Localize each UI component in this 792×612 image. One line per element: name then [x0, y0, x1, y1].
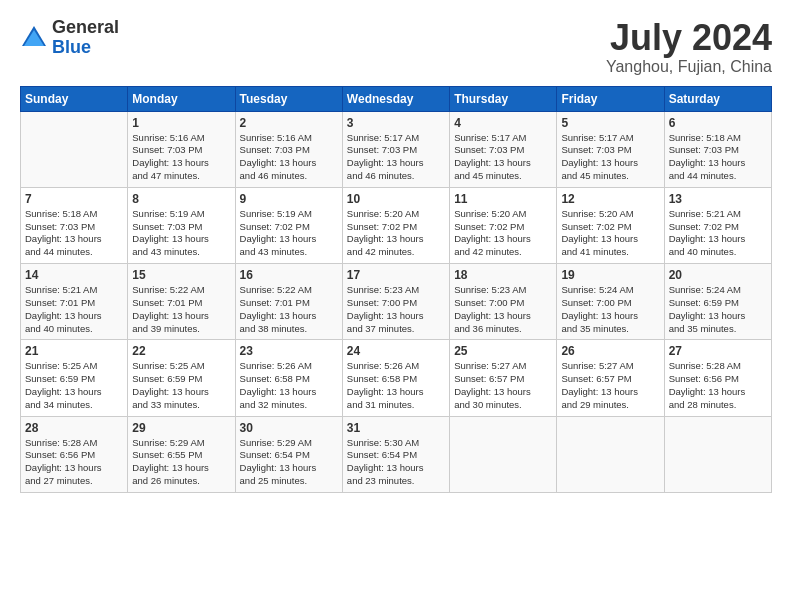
day-number: 19	[561, 268, 659, 282]
day-cell: 17Sunrise: 5:23 AMSunset: 7:00 PMDayligh…	[342, 264, 449, 340]
day-info: Sunrise: 5:23 AMSunset: 7:00 PMDaylight:…	[347, 284, 445, 335]
day-cell: 21Sunrise: 5:25 AMSunset: 6:59 PMDayligh…	[21, 340, 128, 416]
day-cell: 23Sunrise: 5:26 AMSunset: 6:58 PMDayligh…	[235, 340, 342, 416]
day-cell: 10Sunrise: 5:20 AMSunset: 7:02 PMDayligh…	[342, 187, 449, 263]
day-cell	[664, 416, 771, 492]
day-info: Sunrise: 5:20 AMSunset: 7:02 PMDaylight:…	[347, 208, 445, 259]
day-info: Sunrise: 5:20 AMSunset: 7:02 PMDaylight:…	[454, 208, 552, 259]
day-info: Sunrise: 5:27 AMSunset: 6:57 PMDaylight:…	[561, 360, 659, 411]
day-cell: 24Sunrise: 5:26 AMSunset: 6:58 PMDayligh…	[342, 340, 449, 416]
day-number: 15	[132, 268, 230, 282]
day-cell: 15Sunrise: 5:22 AMSunset: 7:01 PMDayligh…	[128, 264, 235, 340]
day-cell: 7Sunrise: 5:18 AMSunset: 7:03 PMDaylight…	[21, 187, 128, 263]
day-info: Sunrise: 5:26 AMSunset: 6:58 PMDaylight:…	[347, 360, 445, 411]
day-number: 24	[347, 344, 445, 358]
day-number: 25	[454, 344, 552, 358]
week-row-0: 1Sunrise: 5:16 AMSunset: 7:03 PMDaylight…	[21, 111, 772, 187]
day-cell: 16Sunrise: 5:22 AMSunset: 7:01 PMDayligh…	[235, 264, 342, 340]
header-wednesday: Wednesday	[342, 86, 449, 111]
day-cell: 12Sunrise: 5:20 AMSunset: 7:02 PMDayligh…	[557, 187, 664, 263]
header-friday: Friday	[557, 86, 664, 111]
day-cell: 31Sunrise: 5:30 AMSunset: 6:54 PMDayligh…	[342, 416, 449, 492]
day-cell: 5Sunrise: 5:17 AMSunset: 7:03 PMDaylight…	[557, 111, 664, 187]
day-info: Sunrise: 5:28 AMSunset: 6:56 PMDaylight:…	[25, 437, 123, 488]
logo-icon	[20, 24, 48, 52]
day-number: 21	[25, 344, 123, 358]
day-cell: 20Sunrise: 5:24 AMSunset: 6:59 PMDayligh…	[664, 264, 771, 340]
week-row-2: 14Sunrise: 5:21 AMSunset: 7:01 PMDayligh…	[21, 264, 772, 340]
day-number: 3	[347, 116, 445, 130]
day-cell: 30Sunrise: 5:29 AMSunset: 6:54 PMDayligh…	[235, 416, 342, 492]
logo-general: General	[52, 18, 119, 38]
day-info: Sunrise: 5:19 AMSunset: 7:03 PMDaylight:…	[132, 208, 230, 259]
day-cell	[21, 111, 128, 187]
calendar: SundayMondayTuesdayWednesdayThursdayFrid…	[20, 86, 772, 493]
week-row-1: 7Sunrise: 5:18 AMSunset: 7:03 PMDaylight…	[21, 187, 772, 263]
logo-text: General Blue	[52, 18, 119, 58]
day-info: Sunrise: 5:30 AMSunset: 6:54 PMDaylight:…	[347, 437, 445, 488]
day-number: 9	[240, 192, 338, 206]
title-block: July 2024 Yanghou, Fujian, China	[606, 18, 772, 76]
day-number: 2	[240, 116, 338, 130]
header-saturday: Saturday	[664, 86, 771, 111]
day-number: 13	[669, 192, 767, 206]
day-cell: 2Sunrise: 5:16 AMSunset: 7:03 PMDaylight…	[235, 111, 342, 187]
header-thursday: Thursday	[450, 86, 557, 111]
day-info: Sunrise: 5:24 AMSunset: 6:59 PMDaylight:…	[669, 284, 767, 335]
calendar-header-row: SundayMondayTuesdayWednesdayThursdayFrid…	[21, 86, 772, 111]
day-number: 1	[132, 116, 230, 130]
day-info: Sunrise: 5:29 AMSunset: 6:54 PMDaylight:…	[240, 437, 338, 488]
day-number: 5	[561, 116, 659, 130]
day-info: Sunrise: 5:18 AMSunset: 7:03 PMDaylight:…	[25, 208, 123, 259]
day-info: Sunrise: 5:23 AMSunset: 7:00 PMDaylight:…	[454, 284, 552, 335]
day-number: 7	[25, 192, 123, 206]
day-number: 17	[347, 268, 445, 282]
header: General Blue July 2024 Yanghou, Fujian, …	[20, 18, 772, 76]
day-info: Sunrise: 5:21 AMSunset: 7:02 PMDaylight:…	[669, 208, 767, 259]
day-cell: 28Sunrise: 5:28 AMSunset: 6:56 PMDayligh…	[21, 416, 128, 492]
day-info: Sunrise: 5:18 AMSunset: 7:03 PMDaylight:…	[669, 132, 767, 183]
day-info: Sunrise: 5:19 AMSunset: 7:02 PMDaylight:…	[240, 208, 338, 259]
header-monday: Monday	[128, 86, 235, 111]
main-title: July 2024	[606, 18, 772, 58]
day-number: 29	[132, 421, 230, 435]
day-cell: 8Sunrise: 5:19 AMSunset: 7:03 PMDaylight…	[128, 187, 235, 263]
day-number: 23	[240, 344, 338, 358]
day-info: Sunrise: 5:28 AMSunset: 6:56 PMDaylight:…	[669, 360, 767, 411]
day-number: 18	[454, 268, 552, 282]
day-number: 26	[561, 344, 659, 358]
day-cell: 22Sunrise: 5:25 AMSunset: 6:59 PMDayligh…	[128, 340, 235, 416]
day-number: 11	[454, 192, 552, 206]
logo: General Blue	[20, 18, 119, 58]
day-info: Sunrise: 5:25 AMSunset: 6:59 PMDaylight:…	[132, 360, 230, 411]
day-info: Sunrise: 5:22 AMSunset: 7:01 PMDaylight:…	[240, 284, 338, 335]
day-cell: 25Sunrise: 5:27 AMSunset: 6:57 PMDayligh…	[450, 340, 557, 416]
day-info: Sunrise: 5:17 AMSunset: 7:03 PMDaylight:…	[454, 132, 552, 183]
sub-title: Yanghou, Fujian, China	[606, 58, 772, 76]
day-cell: 4Sunrise: 5:17 AMSunset: 7:03 PMDaylight…	[450, 111, 557, 187]
day-info: Sunrise: 5:22 AMSunset: 7:01 PMDaylight:…	[132, 284, 230, 335]
day-cell: 11Sunrise: 5:20 AMSunset: 7:02 PMDayligh…	[450, 187, 557, 263]
header-sunday: Sunday	[21, 86, 128, 111]
day-info: Sunrise: 5:27 AMSunset: 6:57 PMDaylight:…	[454, 360, 552, 411]
logo-blue: Blue	[52, 38, 119, 58]
day-info: Sunrise: 5:17 AMSunset: 7:03 PMDaylight:…	[561, 132, 659, 183]
day-info: Sunrise: 5:25 AMSunset: 6:59 PMDaylight:…	[25, 360, 123, 411]
day-cell: 29Sunrise: 5:29 AMSunset: 6:55 PMDayligh…	[128, 416, 235, 492]
week-row-3: 21Sunrise: 5:25 AMSunset: 6:59 PMDayligh…	[21, 340, 772, 416]
day-number: 16	[240, 268, 338, 282]
day-info: Sunrise: 5:24 AMSunset: 7:00 PMDaylight:…	[561, 284, 659, 335]
day-cell: 3Sunrise: 5:17 AMSunset: 7:03 PMDaylight…	[342, 111, 449, 187]
day-cell: 13Sunrise: 5:21 AMSunset: 7:02 PMDayligh…	[664, 187, 771, 263]
day-cell: 27Sunrise: 5:28 AMSunset: 6:56 PMDayligh…	[664, 340, 771, 416]
day-cell	[557, 416, 664, 492]
day-cell: 19Sunrise: 5:24 AMSunset: 7:00 PMDayligh…	[557, 264, 664, 340]
day-cell: 6Sunrise: 5:18 AMSunset: 7:03 PMDaylight…	[664, 111, 771, 187]
day-info: Sunrise: 5:16 AMSunset: 7:03 PMDaylight:…	[240, 132, 338, 183]
day-number: 22	[132, 344, 230, 358]
day-number: 10	[347, 192, 445, 206]
day-number: 4	[454, 116, 552, 130]
day-number: 28	[25, 421, 123, 435]
day-cell: 18Sunrise: 5:23 AMSunset: 7:00 PMDayligh…	[450, 264, 557, 340]
day-info: Sunrise: 5:26 AMSunset: 6:58 PMDaylight:…	[240, 360, 338, 411]
